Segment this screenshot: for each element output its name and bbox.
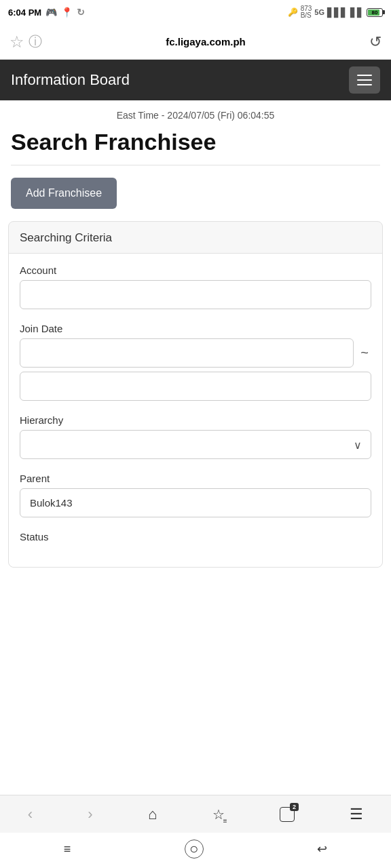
parent-input[interactable]	[20, 488, 371, 517]
signal-bars-icon: ▋▋▋	[327, 7, 348, 18]
browser-forward-button[interactable]: ›	[79, 803, 100, 826]
nfc-icon: ↻	[77, 7, 85, 18]
battery-icon: 80	[367, 8, 383, 17]
tabs-count-badge: 2	[290, 803, 299, 811]
favorite-star-icon[interactable]: ☆	[10, 33, 24, 52]
wifi-icon: ▋▋	[350, 7, 364, 18]
menu-line-2	[357, 79, 372, 81]
parent-field-group: Parent	[20, 473, 371, 517]
menu-line-1	[357, 75, 372, 76]
criteria-section-title: Searching Criteria	[9, 222, 382, 254]
browser-bar: ☆ ⓘ fc.ligaya.com.ph ↺	[0, 24, 391, 60]
hierarchy-label: Hierarchy	[20, 414, 371, 426]
time-display: 6:04 PM	[8, 7, 41, 18]
join-date-to-input[interactable]	[20, 372, 371, 401]
signal-5g-icon: 5G	[314, 8, 324, 16]
account-field-group: Account	[20, 264, 371, 309]
system-home-button[interactable]: ○	[185, 840, 204, 859]
hierarchy-select[interactable]: Level 1 Level 2 Level 3	[20, 430, 371, 459]
divider	[11, 165, 380, 165]
system-menu-button[interactable]: ≡	[50, 840, 85, 859]
system-back-button[interactable]: ↩	[303, 839, 341, 859]
join-date-tilde: ~	[358, 345, 371, 361]
status-field-group: Status	[20, 531, 371, 542]
criteria-body: Account Join Date ~ Hierarchy	[9, 254, 382, 567]
refresh-icon[interactable]: ↺	[369, 33, 381, 51]
hierarchy-select-wrapper: Level 1 Level 2 Level 3 ∨	[20, 430, 371, 459]
game-icon: 🎮	[45, 7, 57, 18]
join-date-from-input[interactable]	[20, 338, 354, 368]
speed-label: 873B/S	[301, 5, 312, 19]
key-icon: 🔑	[288, 7, 298, 17]
system-bar: ≡ ○ ↩	[0, 833, 391, 868]
menu-line-3	[357, 84, 372, 85]
parent-label: Parent	[20, 473, 371, 484]
bookmark-lines-icon: ≡	[223, 817, 227, 825]
status-label: Status	[20, 531, 371, 542]
join-date-label: Join Date	[20, 323, 371, 334]
url-display[interactable]: fc.ligaya.com.ph	[50, 36, 361, 47]
status-bar: 6:04 PM 🎮 📍 ↻ 🔑 873B/S 5G ▋▋▋ ▋▋ 80	[0, 0, 391, 24]
page-title: Search Franchisee	[0, 126, 391, 165]
account-input[interactable]	[20, 280, 371, 309]
browser-home-button[interactable]: ⌂	[140, 803, 165, 826]
app-title: Information Board	[11, 71, 130, 89]
join-date-to-wrapper	[20, 372, 371, 401]
browser-back-button[interactable]: ‹	[20, 803, 41, 826]
browser-menu-button[interactable]: ☰	[341, 803, 371, 826]
browser-nav-bar: ‹ › ⌂ ☆ ≡ 2 ☰	[0, 795, 391, 833]
search-criteria-section: Searching Criteria Account Join Date ~	[8, 221, 383, 568]
tabs-badge: 2	[280, 807, 295, 822]
account-label: Account	[20, 264, 371, 276]
join-date-row: ~	[20, 338, 371, 368]
app-header: Information Board	[0, 60, 391, 100]
menu-button[interactable]	[349, 66, 380, 94]
join-date-field-group: Join Date ~	[20, 323, 371, 401]
status-time: 6:04 PM 🎮 📍 ↻	[8, 7, 85, 18]
add-franchisee-button[interactable]: Add Franchisee	[11, 178, 117, 209]
browser-tabs-button[interactable]: 2	[272, 804, 303, 825]
page-content: East Time - 2024/07/05 (Fri) 06:04:55 Se…	[0, 100, 391, 795]
datetime-display: East Time - 2024/07/05 (Fri) 06:04:55	[0, 100, 391, 126]
browser-bookmark-button[interactable]: ☆ ≡	[204, 803, 233, 826]
status-icons: 🔑 873B/S 5G ▋▋▋ ▋▋ 80	[288, 5, 383, 19]
hierarchy-field-group: Hierarchy Level 1 Level 2 Level 3 ∨	[20, 414, 371, 459]
location-icon: 📍	[61, 7, 73, 18]
info-icon[interactable]: ⓘ	[29, 33, 42, 51]
